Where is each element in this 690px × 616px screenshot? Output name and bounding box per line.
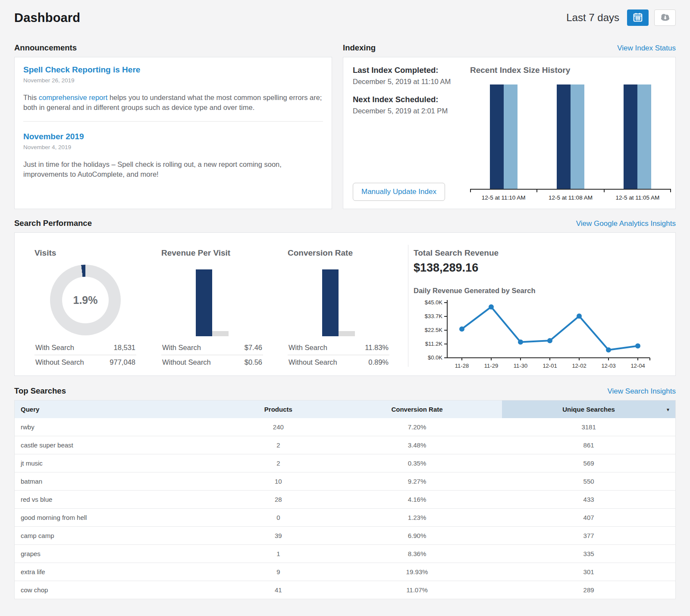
announcement-title-link[interactable]: Spell Check Reporting is Here	[23, 65, 140, 75]
table-row: extra life919.93%301	[15, 563, 676, 581]
visits-donut: 1.9%	[50, 265, 121, 335]
cell-unique-searches: 569	[502, 454, 675, 472]
cell-conversion-rate: 11.07%	[332, 581, 502, 599]
stat-label: With Search	[162, 344, 201, 352]
cell-unique-searches: 3181	[502, 418, 675, 436]
svg-text:12-02: 12-02	[572, 363, 586, 369]
table-row: camp camp396.90%377	[15, 527, 676, 545]
stat-label: Without Search	[289, 358, 337, 366]
cell-products: 2	[225, 454, 332, 472]
cell-products: 0	[225, 509, 332, 527]
next-index-scheduled-value: December 5, 2019 at 2:01 PM	[353, 107, 470, 115]
index-bar-light	[504, 84, 518, 189]
index-bar-dark	[557, 84, 571, 189]
svg-text:$22.5K: $22.5K	[425, 327, 443, 333]
column-header-products[interactable]: Products	[225, 400, 332, 419]
svg-text:11-28: 11-28	[455, 363, 469, 369]
cell-unique-searches: 550	[502, 472, 675, 491]
announcements-section: Announcements Spell Check Reporting is H…	[14, 43, 332, 209]
conversion-rate-metric: Conversion Rate With Search11.83% Withou…	[288, 248, 389, 375]
index-axis-tick	[670, 189, 671, 192]
stat-label: With Search	[289, 344, 327, 352]
daily-revenue-chart: $45.0K$33.7K$22.5K$11.2K$0.0K11-2811-291…	[414, 297, 655, 371]
cell-products: 28	[225, 491, 332, 509]
export-button[interactable]	[654, 9, 676, 26]
view-google-analytics-link[interactable]: View Google Analytics Insights	[576, 219, 676, 228]
index-bar-label: 12-5 at 11:05 AM	[604, 194, 671, 201]
cell-conversion-rate: 7.20%	[332, 418, 502, 436]
top-searches-section: Top Searches View Search Insights Query …	[14, 386, 676, 599]
search-performance-section: Search Performance View Google Analytics…	[14, 219, 676, 376]
stat-value: $0.56	[245, 358, 262, 366]
cell-unique-searches: 861	[502, 436, 675, 454]
cell-query: grapes	[15, 545, 225, 563]
cell-conversion-rate: 4.16%	[332, 491, 502, 509]
view-search-insights-link[interactable]: View Search Insights	[608, 387, 676, 396]
table-row: jt music20.35%569	[15, 454, 676, 472]
table-row: grapes18.36%335	[15, 545, 676, 563]
index-bar-dark	[624, 84, 637, 189]
top-searches-body: rwby2407.20%3181castle super beast23.48%…	[15, 418, 676, 599]
total-search-revenue-block: Total Search Revenue $138,289.16 Daily R…	[408, 248, 667, 375]
cell-query: jt music	[15, 454, 225, 472]
column-header-label: Unique Searches	[562, 406, 615, 413]
index-bar-group	[537, 84, 604, 189]
stat-value: 977,048	[110, 358, 135, 366]
cell-conversion-rate: 6.90%	[332, 527, 502, 545]
svg-text:11-30: 11-30	[514, 363, 527, 369]
cell-conversion-rate: 9.27%	[332, 472, 502, 491]
cell-query: cow chop	[15, 581, 225, 599]
total-search-revenue-value: $138,289.16	[414, 261, 667, 275]
index-bar-label: 12-5 at 11:08 AM	[537, 194, 604, 201]
last-index-completed-value: December 5, 2019 at 11:10 AM	[353, 78, 470, 86]
stat-value: 0.89%	[368, 358, 389, 366]
index-size-chart-labels: 12-5 at 11:10 AM12-5 at 11:08 AM12-5 at …	[470, 194, 671, 201]
cell-products: 240	[225, 418, 332, 436]
cell-products: 1	[225, 545, 332, 563]
cell-unique-searches: 301	[502, 563, 675, 581]
view-index-status-link[interactable]: View Index Status	[617, 44, 676, 53]
stat-label: Without Search	[162, 358, 211, 366]
stat-value: $7.46	[245, 344, 262, 352]
without-search-bar	[339, 331, 355, 336]
column-header-query[interactable]: Query	[15, 400, 225, 419]
calendar-button[interactable]	[627, 9, 649, 26]
index-axis-tick	[536, 189, 537, 192]
index-axis-tick	[604, 189, 605, 192]
indexing-card: Last Index Completed: December 5, 2019 a…	[343, 57, 676, 209]
manually-update-index-button[interactable]: Manually Update Index	[353, 183, 445, 201]
with-search-bar	[196, 269, 212, 336]
table-row: cow chop4111.07%289	[15, 581, 676, 599]
column-header-conversion-rate[interactable]: Conversion Rate	[332, 400, 502, 419]
stat-value: 11.83%	[365, 344, 389, 352]
svg-text:$45.0K: $45.0K	[425, 299, 443, 306]
svg-text:11-29: 11-29	[484, 363, 498, 369]
cell-conversion-rate: 1.23%	[332, 509, 502, 527]
table-header-row: Query Products Conversion Rate Unique Se…	[15, 400, 676, 419]
table-row: red vs blue284.16%433	[15, 491, 676, 509]
revenue-per-visit-stats: With Search$7.46 Without Search$0.56	[161, 341, 263, 369]
announcement-inline-link[interactable]: comprehensive report	[39, 94, 108, 101]
cell-conversion-rate: 8.36%	[332, 545, 502, 563]
announcement-date: November 4, 2019	[23, 144, 323, 150]
index-size-history: Recent Index Size History 12-5 at 11:10 …	[470, 66, 673, 201]
svg-text:12-03: 12-03	[601, 363, 615, 369]
next-index-scheduled-label: Next Index Scheduled:	[353, 95, 470, 104]
metric-title: Visits	[34, 248, 136, 258]
row-announcements-indexing: Announcements Spell Check Reporting is H…	[14, 43, 676, 209]
cell-unique-searches: 289	[502, 581, 675, 599]
search-performance-card: Visits 1.9% With Search18,531 Without Se…	[14, 232, 676, 376]
last-index-completed-label: Last Index Completed:	[353, 66, 470, 75]
announcement-title-link[interactable]: November 2019	[23, 132, 84, 141]
index-bar-light	[637, 84, 651, 189]
column-header-unique-searches[interactable]: Unique Searches▼	[502, 400, 675, 419]
date-range-label: Last 7 days	[566, 12, 619, 24]
indexing-section: Indexing View Index Status Last Index Co…	[343, 43, 676, 209]
cell-unique-searches: 433	[502, 491, 675, 509]
cell-unique-searches: 377	[502, 527, 675, 545]
cell-products: 2	[225, 436, 332, 454]
cell-products: 10	[225, 472, 332, 491]
cloud-download-icon	[659, 11, 671, 24]
index-size-chart	[470, 84, 671, 190]
cell-query: rwby	[15, 418, 225, 436]
